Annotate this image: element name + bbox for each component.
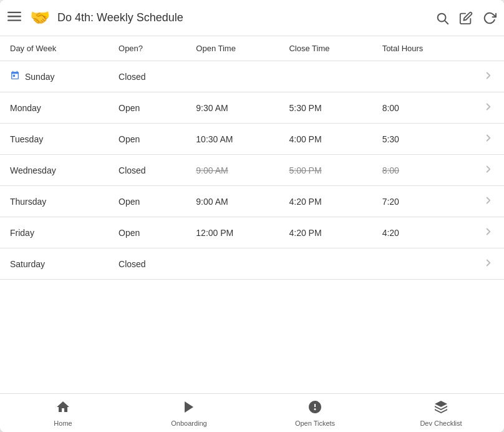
svg-rect-0 [7, 12, 21, 13]
close-time-cell: 5:00 PM [279, 155, 372, 186]
close-time-cell [279, 61, 372, 92]
row-chevron[interactable] [465, 124, 504, 155]
refresh-icon[interactable] [483, 11, 497, 25]
total-hours-cell: 5:30 [372, 124, 465, 155]
open-status-cell: Closed [109, 248, 186, 280]
page-title: Do 4th: Weekly Schedule [57, 11, 435, 24]
day-name: Sunday [25, 72, 54, 82]
bottom-nav: Home Onboarding Open Tickets Dev Checkli… [0, 393, 504, 432]
app-frame: 🤝 Do 4th: Weekly Schedule Day of Week Op… [0, 0, 504, 432]
open-time-cell: 9:00 AM [186, 186, 279, 217]
total-hours-cell: 4:20 [372, 217, 465, 248]
col-day-of-week: Day of Week [0, 36, 109, 61]
close-time-cell: 5:30 PM [279, 92, 372, 124]
row-chevron[interactable] [465, 248, 504, 280]
header-actions [435, 11, 497, 25]
close-time-cell: 4:20 PM [279, 217, 372, 248]
total-hours-cell: 8:00 [372, 155, 465, 186]
row-chevron[interactable] [465, 155, 504, 186]
home-icon [56, 400, 70, 417]
total-hours-cell [372, 248, 465, 280]
total-hours-cell: 7:20 [372, 186, 465, 217]
col-open-time: Open Time [186, 36, 279, 61]
open-status-cell: Open [109, 92, 186, 124]
open-status-cell: Open [109, 186, 186, 217]
day-cell: Friday [0, 217, 109, 248]
open-time-cell [186, 61, 279, 92]
row-chevron[interactable] [465, 217, 504, 248]
day-cell: Tuesday [0, 124, 109, 155]
day-cell: Monday [0, 92, 109, 124]
day-cell: Sunday [0, 61, 109, 92]
nav-open-tickets-label: Open Tickets [295, 420, 335, 427]
table-row[interactable]: MondayOpen9:30 AM5:30 PM8:00 [0, 92, 504, 124]
total-hours-cell: 8:00 [372, 92, 465, 124]
open-status-cell: Closed [109, 61, 186, 92]
edit-icon[interactable] [459, 11, 473, 25]
open-time-cell: 9:30 AM [186, 92, 279, 124]
nav-home-label: Home [54, 420, 72, 427]
nav-onboarding[interactable]: Onboarding [126, 394, 252, 432]
table-row[interactable]: ThursdayOpen9:00 AM4:20 PM7:20 [0, 186, 504, 217]
day-cell: Saturday [0, 248, 109, 280]
close-time-cell: 4:00 PM [279, 124, 372, 155]
open-status-cell: Open [109, 217, 186, 248]
nav-dev-checklist-label: Dev Checklist [420, 420, 462, 427]
ticket-icon [308, 400, 322, 417]
open-time-cell: 10:30 AM [186, 124, 279, 155]
search-icon[interactable] [435, 11, 449, 25]
main-content: Day of Week Open? Open Time Close Time T… [0, 36, 504, 393]
col-open: Open? [109, 36, 186, 61]
table-row[interactable]: SundayClosed [0, 61, 504, 92]
nav-onboarding-label: Onboarding [171, 420, 207, 427]
calendar-icon [10, 71, 20, 83]
app-header: 🤝 Do 4th: Weekly Schedule [0, 0, 504, 36]
nav-dev-checklist[interactable]: Dev Checklist [378, 394, 504, 432]
col-total-hours: Total Hours [372, 36, 465, 61]
table-row[interactable]: WednesdayClosed9:00 AM5:00 PM8:00 [0, 155, 504, 186]
table-row[interactable]: SaturdayClosed [0, 248, 504, 280]
row-chevron[interactable] [465, 186, 504, 217]
nav-open-tickets[interactable]: Open Tickets [252, 394, 378, 432]
close-time-cell [279, 248, 372, 280]
table-row[interactable]: FridayOpen12:00 PM4:20 PM4:20 [0, 217, 504, 248]
menu-icon[interactable] [7, 9, 21, 26]
table-row[interactable]: TuesdayOpen10:30 AM4:00 PM5:30 [0, 124, 504, 155]
nav-home[interactable]: Home [0, 394, 126, 432]
svg-rect-1 [7, 16, 21, 17]
row-chevron[interactable] [465, 92, 504, 124]
open-time-cell: 12:00 PM [186, 217, 279, 248]
close-time-cell: 4:20 PM [279, 186, 372, 217]
col-close-time: Close Time [279, 36, 372, 61]
open-status-cell: Closed [109, 155, 186, 186]
total-hours-cell [372, 61, 465, 92]
checklist-icon [434, 400, 448, 417]
open-time-cell: 9:00 AM [186, 155, 279, 186]
row-chevron[interactable] [465, 61, 504, 92]
schedule-table: Day of Week Open? Open Time Close Time T… [0, 36, 504, 280]
play-icon [182, 400, 196, 417]
table-header-row: Day of Week Open? Open Time Close Time T… [0, 36, 504, 61]
svg-marker-5 [185, 401, 193, 413]
open-status-cell: Open [109, 124, 186, 155]
col-chevron [465, 36, 504, 61]
day-cell: Thursday [0, 186, 109, 217]
svg-rect-2 [7, 20, 21, 21]
day-cell: Wednesday [0, 155, 109, 186]
svg-line-4 [445, 21, 448, 24]
open-time-cell [186, 248, 279, 280]
app-logo: 🤝 [29, 7, 51, 29]
